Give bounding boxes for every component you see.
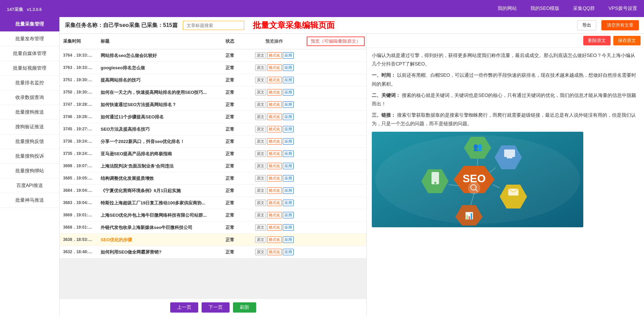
col-action-header: 预览操作 [244, 38, 305, 44]
refresh-button[interactable]: 刷新 [233, 302, 256, 313]
sidebar-item-sogou-bind[interactable]: 批量搜狗绑站 [0, 164, 59, 178]
ge-button[interactable]: 格式化 [267, 212, 282, 218]
prev-page-button[interactable]: 上一页 [170, 302, 198, 313]
sidebar-item-batch-rank[interactable]: 批量排名监控 [0, 76, 59, 90]
nav-seo-template[interactable]: 我的SEO模版 [530, 5, 560, 12]
ying-button[interactable]: 应用 [283, 249, 294, 255]
table-row[interactable]: 3683．19:04:… 特斯拉上海超级工厂19日复工推动100多家供应商协..… [60, 197, 366, 209]
ying-button[interactable]: 应用 [283, 64, 294, 71]
ge-button[interactable]: 格式化 [267, 224, 282, 231]
ge-button[interactable]: 格式化 [267, 163, 282, 169]
yuan-button[interactable]: 原文 [255, 200, 266, 206]
export-button[interactable]: 导出 [577, 20, 596, 30]
yuan-button[interactable]: 原文 [255, 224, 266, 231]
seo-diagram-container: SEO 👥 [372, 132, 583, 227]
save-original-button[interactable]: 保存原文 [613, 36, 641, 45]
table-row[interactable]: 3764．19:33:… 网站排名seo怎么做会比较好 正常 原文 格式化 应用 [60, 49, 366, 62]
table-row[interactable]: 3747．19:28:… 如何快速通过SEO方法提高网站排名？ 正常 原文 格式… [60, 99, 366, 111]
yuan-button[interactable]: 原文 [255, 249, 266, 255]
ying-button[interactable]: 应用 [283, 126, 294, 132]
yuan-button[interactable]: 原文 [255, 212, 266, 218]
ying-button[interactable]: 应用 [283, 187, 294, 194]
table-row[interactable]: 3750．19:30:… 如何在一天之内，快速提高网站排名的使用SEO技巧...… [60, 86, 366, 99]
ge-button[interactable]: 格式化 [267, 175, 282, 182]
sidebar-item-baidu-api[interactable]: 百度API推送 [0, 178, 59, 193]
yuan-button[interactable]: 原文 [255, 126, 266, 132]
yuan-button[interactable]: 原文 [255, 236, 266, 243]
ying-button[interactable]: 应用 [283, 52, 294, 59]
next-page-button[interactable]: 下一页 [202, 302, 230, 313]
ying-button[interactable]: 应用 [283, 77, 294, 83]
sidebar-item-record-query[interactable]: 收录数据查询 [0, 90, 59, 105]
nav-vps-settings[interactable]: VPS拨号设置 [609, 5, 637, 12]
yuan-button[interactable]: 原文 [255, 138, 266, 145]
table-row[interactable]: 3669．19:01:… 上海SEO优化外包上海牛巨微网络科技有限公司站群...… [60, 209, 366, 221]
ge-button[interactable]: 格式化 [267, 114, 282, 120]
ge-button[interactable]: 格式化 [267, 126, 282, 132]
nav-qq-group[interactable]: 采集QQ群 [573, 5, 595, 12]
app-logo: 147采集 v1.3.0.6 [7, 4, 42, 13]
ge-button[interactable]: 格式化 [267, 89, 282, 96]
section2-text: 搜索的核心就是关键词，关键词也是SEO的核心，只有通过关键词的优化，我们的信息才… [372, 92, 636, 106]
ying-button[interactable]: 应用 [283, 114, 294, 120]
ge-button[interactable]: 格式化 [267, 101, 282, 108]
nav-my-site[interactable]: 我的网站 [498, 5, 517, 12]
ying-button[interactable]: 应用 [283, 224, 294, 231]
table-row[interactable]: 3684．19:04:… 《宁夏优化营商环境条例》6月1日起实施 正常 原文 格… [60, 185, 366, 197]
ge-button[interactable]: 格式化 [267, 52, 282, 59]
yuan-button[interactable]: 原文 [255, 101, 266, 108]
ge-button[interactable]: 格式化 [267, 150, 282, 157]
ge-button[interactable]: 格式化 [267, 64, 282, 71]
ying-button[interactable]: 应用 [283, 101, 294, 108]
sidebar-item-sogou-verify[interactable]: 搜狗验证推送 [0, 120, 59, 134]
sidebar-item-batch-publish[interactable]: 批量发布管理 [0, 32, 59, 46]
yuan-button[interactable]: 原文 [255, 77, 266, 83]
table-row[interactable]: 3746．19:28:… 如何通过11个步骤提高SEO排名 正常 原文 格式化 … [60, 111, 366, 123]
sidebar-item-sogou-complaint[interactable]: 批量搜狗投诉 [0, 149, 59, 164]
row-status: 正常 [216, 200, 244, 206]
ying-button[interactable]: 应用 [283, 236, 294, 243]
sidebar-item-batch-video[interactable]: 批量短视频管理 [0, 61, 59, 76]
yuan-button[interactable]: 原文 [255, 175, 266, 182]
yuan-button[interactable]: 原文 [255, 52, 266, 59]
table-row[interactable]: 3763．19:33:… googleseo排名怎么做 正常 原文 格式化 应用 [60, 62, 366, 74]
search-input[interactable] [183, 21, 244, 30]
sidebar-item-batch-media[interactable]: 批量自媒体管理 [0, 46, 59, 61]
ge-button[interactable]: 格式化 [267, 187, 282, 194]
sidebar-item-sogou-feedback[interactable]: 批量搜狗反馈 [0, 134, 59, 149]
ying-button[interactable]: 应用 [283, 89, 294, 96]
yuan-button[interactable]: 原文 [255, 114, 266, 120]
table-row[interactable]: 3735．19:24:… 亚马逊SEO提高产品排名的终极指南 正常 原文 格式化… [60, 148, 366, 160]
row-status: 正常 [216, 53, 244, 59]
sidebar-item-batch-sogou[interactable]: 批量搜狗推送 [0, 105, 59, 120]
ying-button[interactable]: 应用 [283, 163, 294, 169]
table-row[interactable]: 3736．19:24:… 分享一个2022新风口，抖音seo优化排名！ 正常 原… [60, 135, 366, 148]
ying-button[interactable]: 应用 [283, 138, 294, 145]
yuan-button[interactable]: 原文 [255, 187, 266, 194]
clear-all-button[interactable]: 清空所有文章 [601, 20, 639, 30]
ying-button[interactable]: 应用 [283, 212, 294, 218]
yuan-button[interactable]: 原文 [255, 163, 266, 169]
table-row[interactable]: 3685．19:05:… 结构调整优化发展提质增效 正常 原文 格式化 应用 [60, 172, 366, 185]
ge-button[interactable]: 格式化 [267, 236, 282, 243]
table-row[interactable]: 3638．18:53:… SEO优化的步骤 正常 原文 格式化 应用 [60, 234, 366, 246]
ge-button[interactable]: 格式化 [267, 77, 282, 83]
yuan-button[interactable]: 原文 [255, 64, 266, 71]
yuan-button[interactable]: 原文 [255, 89, 266, 96]
table-row[interactable]: 3668．19:01:… 外链代发包收录上海新媒体seo牛巨微科技公司 正常 原… [60, 221, 366, 234]
ying-button[interactable]: 应用 [283, 175, 294, 182]
table-row[interactable]: 3632．18:48:… 如何利用SEO做全网霸屏营销? 正常 原文 格式化 应… [60, 246, 366, 258]
delete-original-button[interactable]: 删除原文 [583, 36, 611, 45]
ge-button[interactable]: 格式化 [267, 138, 282, 145]
ge-button[interactable]: 格式化 [267, 249, 282, 255]
ge-button[interactable]: 格式化 [267, 200, 282, 206]
yuan-button[interactable]: 原文 [255, 150, 266, 157]
sidebar-item-batch-collect[interactable]: 批量采集管理 [0, 17, 59, 32]
ying-button[interactable]: 应用 [283, 150, 294, 157]
ying-button[interactable]: 应用 [283, 200, 294, 206]
sidebar-item-shenma[interactable]: 批量神马推送 [0, 193, 59, 208]
table-row[interactable]: 3751．19:30:… 提高网站排名的技巧 正常 原文 格式化 应用 [60, 74, 366, 86]
preview-header-button[interactable]: 预览（可编辑/删除原文） [307, 37, 365, 46]
table-row[interactable]: 3745．19:27:… SEO方法及提高排名技巧 正常 原文 格式化 应用 [60, 123, 366, 135]
table-row[interactable]: 3698．19:07:… 上海法院判决'负面压制业务'合同违法 正常 原文 格式… [60, 160, 366, 172]
